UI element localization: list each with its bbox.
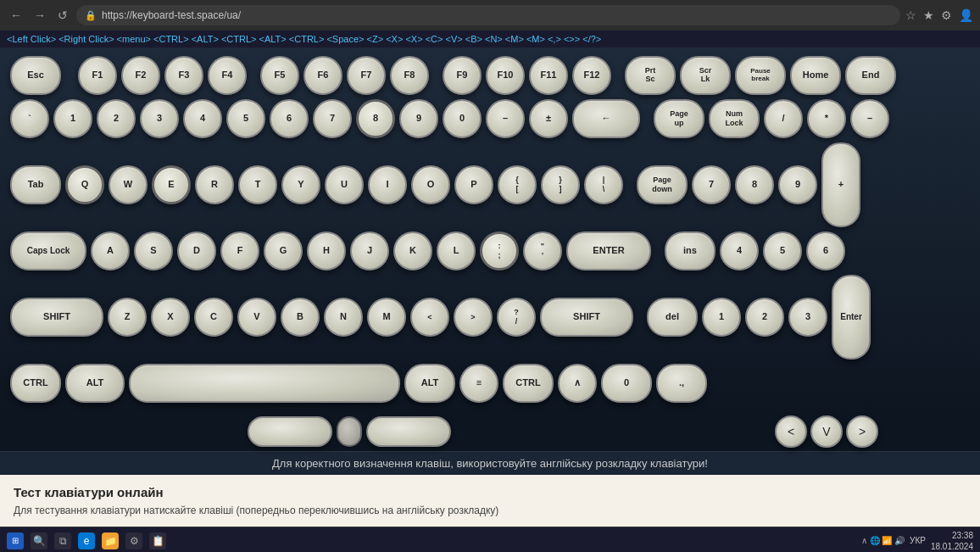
key-right-arrow[interactable]: > xyxy=(846,415,878,448)
key-4[interactable]: 4 xyxy=(183,99,222,138)
key-m[interactable]: M xyxy=(367,298,406,337)
key-numminus[interactable]: – xyxy=(850,99,889,138)
key-esc[interactable]: Esc xyxy=(10,56,61,95)
key-num4[interactable]: 4 xyxy=(720,231,759,270)
edge-icon[interactable]: e xyxy=(78,532,95,549)
key-7[interactable]: 7 xyxy=(313,99,352,138)
key-comma[interactable]: < xyxy=(410,298,449,337)
key-num0[interactable]: 0 xyxy=(601,364,652,403)
key-num1[interactable]: 1 xyxy=(702,298,741,337)
key-z[interactable]: Z xyxy=(108,298,147,337)
key-u[interactable]: U xyxy=(325,165,364,204)
spacebar-right[interactable] xyxy=(366,416,451,447)
key-q[interactable]: Q xyxy=(65,165,104,204)
key-w[interactable]: W xyxy=(109,165,148,204)
back-button[interactable]: ← xyxy=(7,7,25,24)
key-num2[interactable]: 2 xyxy=(745,298,784,337)
search-taskbar[interactable]: 🔍 xyxy=(31,532,47,549)
key-backspace[interactable]: ← xyxy=(572,99,640,138)
key-num5[interactable]: 5 xyxy=(763,231,802,270)
key-o[interactable]: O xyxy=(411,165,450,204)
key-del[interactable]: del xyxy=(647,298,698,337)
key-lalt[interactable]: ALT xyxy=(65,364,125,403)
key-s[interactable]: S xyxy=(134,231,173,270)
key-pagedown[interactable]: Pagedown xyxy=(637,165,688,204)
forward-button[interactable]: → xyxy=(31,7,49,24)
key-3[interactable]: 3 xyxy=(140,99,179,138)
key-quote[interactable]: "' xyxy=(523,231,562,270)
key-9[interactable]: 9 xyxy=(399,99,438,138)
key-lbracket[interactable]: {[ xyxy=(498,165,537,204)
key-ins[interactable]: ins xyxy=(665,231,716,270)
key-numenter[interactable]: Enter xyxy=(832,275,871,360)
address-bar[interactable]: 🔒 https://keyboard-test.space/ua/ xyxy=(76,5,900,25)
key-n[interactable]: N xyxy=(324,298,363,337)
key-p[interactable]: P xyxy=(454,165,493,204)
key-f10[interactable]: F10 xyxy=(486,56,525,95)
key-pageup[interactable]: Pageup xyxy=(654,99,704,138)
key-lctrl[interactable]: CTRL xyxy=(10,364,61,403)
key-rbracket[interactable]: }] xyxy=(541,165,580,204)
bookmark-icon[interactable]: ☆ xyxy=(905,8,916,22)
key-end[interactable]: End xyxy=(845,56,896,95)
extensions-icon[interactable]: ⚙ xyxy=(941,8,952,22)
settings-icon[interactable]: ⚙ xyxy=(125,532,142,549)
start-button[interactable]: ⊞ xyxy=(7,532,24,549)
key-f11[interactable]: F11 xyxy=(529,56,568,95)
key-prtsc[interactable]: PrtSc xyxy=(625,56,676,95)
key-l[interactable]: L xyxy=(437,231,476,270)
spacebar-left[interactable] xyxy=(248,416,332,447)
app-icon[interactable]: 📋 xyxy=(149,532,166,549)
key-f3[interactable]: F3 xyxy=(164,56,203,95)
key-0[interactable]: 0 xyxy=(443,99,482,138)
key-down-arrow[interactable]: V xyxy=(810,415,843,448)
explorer-icon[interactable]: 📁 xyxy=(102,532,119,549)
key-j[interactable]: J xyxy=(350,231,389,270)
key-f1[interactable]: F1 xyxy=(78,56,117,95)
key-rshift[interactable]: SHIFT xyxy=(540,298,633,337)
key-num6[interactable]: 6 xyxy=(806,231,845,270)
key-numdot[interactable]: ., xyxy=(656,364,707,403)
key-tab[interactable]: Tab xyxy=(10,165,61,204)
profile-icon[interactable]: 👤 xyxy=(959,8,973,22)
key-slash[interactable]: ?/ xyxy=(497,298,536,337)
key-f[interactable]: F xyxy=(220,231,259,270)
key-8[interactable]: 8 xyxy=(356,99,395,138)
key-f12[interactable]: F12 xyxy=(572,56,611,95)
key-plus[interactable]: ± xyxy=(529,99,568,138)
key-f2[interactable]: F2 xyxy=(121,56,160,95)
key-num8[interactable]: 8 xyxy=(735,165,774,204)
key-numlock[interactable]: NumLock xyxy=(709,99,760,138)
key-h[interactable]: H xyxy=(307,231,346,270)
key-enter[interactable]: ENTER xyxy=(566,231,651,270)
taskbar-lang[interactable]: УКР xyxy=(910,536,926,545)
key-semicolon[interactable]: :; xyxy=(480,231,519,270)
key-pause[interactable]: Pausebreak xyxy=(735,56,786,95)
key-ralt[interactable]: ALT xyxy=(404,364,455,403)
key-numstar[interactable]: * xyxy=(807,99,846,138)
key-g[interactable]: G xyxy=(264,231,303,270)
key-lshift[interactable]: SHIFT xyxy=(10,298,103,337)
key-uparrow-ctrl[interactable]: ∧ xyxy=(558,364,597,403)
key-capslock[interactable]: Caps Lock xyxy=(10,231,86,270)
key-6[interactable]: 6 xyxy=(270,99,309,138)
key-rctrl[interactable]: CTRL xyxy=(503,364,554,403)
key-scrlk[interactable]: ScrLk xyxy=(680,56,731,95)
key-e[interactable]: E xyxy=(152,165,191,204)
key-a[interactable]: A xyxy=(91,231,130,270)
key-f7[interactable]: F7 xyxy=(347,56,386,95)
spacebar-mid[interactable] xyxy=(337,416,362,447)
key-backslash[interactable]: |\ xyxy=(584,165,623,204)
key-r[interactable]: R xyxy=(195,165,234,204)
key-b[interactable]: B xyxy=(281,298,320,337)
key-spacebar[interactable] xyxy=(129,364,400,403)
key-x[interactable]: X xyxy=(151,298,190,337)
key-left-arrow[interactable]: < xyxy=(775,415,807,448)
reload-button[interactable]: ↺ xyxy=(54,7,71,24)
key-minus[interactable]: – xyxy=(486,99,525,138)
key-f6[interactable]: F6 xyxy=(303,56,342,95)
key-home[interactable]: Home xyxy=(790,56,841,95)
key-f8[interactable]: F8 xyxy=(390,56,429,95)
key-k[interactable]: K xyxy=(393,231,432,270)
key-y[interactable]: Y xyxy=(281,165,320,204)
